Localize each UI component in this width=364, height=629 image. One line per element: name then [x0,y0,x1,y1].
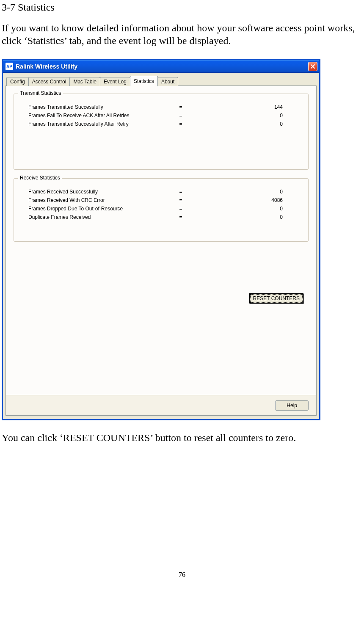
tab-mac-table[interactable]: Mac Table [69,77,100,86]
stat-label: Frames Transmitted Successfully [28,104,172,110]
stat-eq: = [172,197,189,203]
help-button[interactable]: Help [275,400,309,411]
bottom-bar: Help [6,395,316,415]
stat-row: Duplicate Frames Received = 0 [28,214,300,220]
tab-access-control[interactable]: Access Control [28,77,70,86]
groupbox-transmit-legend: Transmit Statistics [18,90,63,96]
stat-label: Frames Dropped Due To Out-of-Resource [28,206,172,212]
outro-paragraph: You can click ‘RESET COUNTERS’ button to… [2,431,362,444]
stat-eq: = [172,121,189,127]
stat-label: Frames Received Successfully [28,189,172,195]
tab-strip: Config Access Control Mac Table Event Lo… [6,76,317,86]
stat-row: Frames Received With CRC Error = 4086 [28,197,300,203]
stat-value: 0 [189,113,300,119]
stat-label: Frames Transmitted Successfully After Re… [28,121,172,127]
stat-row: Frames Received Successfully = 0 [28,189,300,195]
intro-paragraph: If you want to know detailed information… [2,22,362,47]
tab-panel-statistics: Transmit Statistics Frames Transmitted S… [6,86,317,416]
stat-row: Frames Transmitted Successfully = 144 [28,104,300,110]
tab-event-log[interactable]: Event Log [100,77,130,86]
page-number: 76 [2,571,362,579]
window-title: Ralink Wireless Utility [16,63,308,70]
groupbox-receive-legend: Receive Statistics [18,175,62,181]
titlebar[interactable]: AP Ralink Wireless Utility [3,60,319,73]
stat-eq: = [172,214,189,220]
client-area: Config Access Control Mac Table Event Lo… [3,73,319,419]
stat-value: 144 [189,104,300,110]
section-heading: 3-7 Statistics [2,2,362,13]
stat-eq: = [172,206,189,212]
app-icon: AP [6,63,13,70]
tab-statistics[interactable]: Statistics [130,76,158,86]
stat-value: 4086 [189,197,300,203]
stat-eq: = [172,189,189,195]
stat-row: Frames Transmitted Successfully After Re… [28,121,300,127]
stat-eq: = [172,113,189,119]
reset-counters-button[interactable]: RESET COUNTERS [249,293,303,303]
stat-value: 0 [189,214,300,220]
groupbox-transmit: Transmit Statistics Frames Transmitted S… [14,94,309,170]
tab-config[interactable]: Config [6,77,29,86]
stat-label: Frames Fail To Receive ACK After All Ret… [28,113,172,119]
stat-row: Frames Fail To Receive ACK After All Ret… [28,113,300,119]
groupbox-receive: Receive Statistics Frames Received Succe… [14,178,309,242]
close-button[interactable] [308,62,317,71]
stat-row: Frames Dropped Due To Out-of-Resource = … [28,206,300,212]
stat-eq: = [172,104,189,110]
stat-value: 0 [189,206,300,212]
stat-label: Frames Received With CRC Error [28,197,172,203]
stat-value: 0 [189,121,300,127]
close-icon [310,64,315,69]
stat-label: Duplicate Frames Received [28,214,172,220]
stat-value: 0 [189,189,300,195]
tab-about[interactable]: About [157,77,178,86]
dialog-window: AP Ralink Wireless Utility Config Access… [2,59,320,420]
